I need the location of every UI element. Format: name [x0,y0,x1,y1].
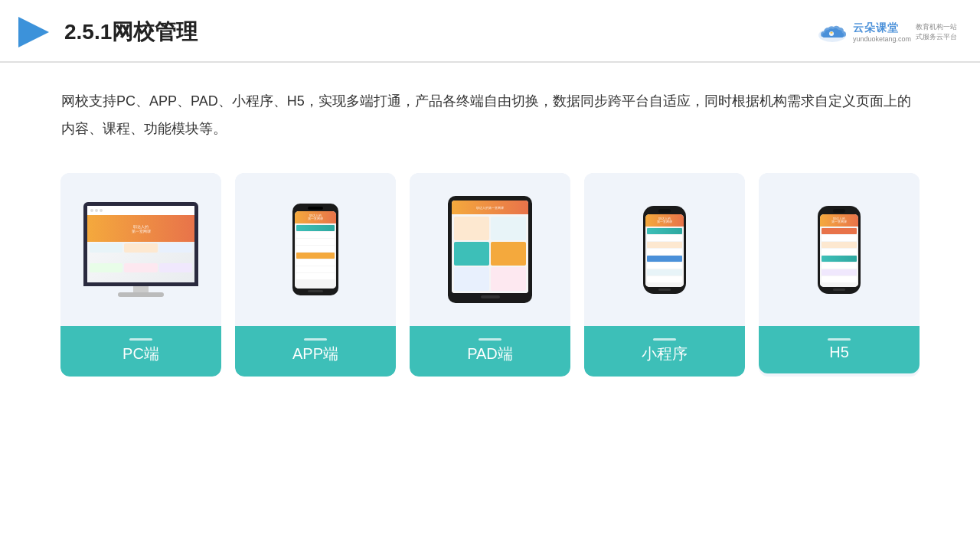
header: 2.5.1网校管理 云朵课堂 yunduoketang.com 教育机构一站式服… [0,0,980,63]
app-mockup: 职达人的第一堂网课 [292,204,338,295]
cards-container: 职达人的第一堂网课 [46,173,934,377]
app-image-area: 职达人的第一堂网课 [235,173,396,326]
card-miniapp: 职达人的第一堂网课 小程序 [584,173,745,377]
card-app-label: APP端 [235,326,396,377]
miniapp-mockup: 职达人的第一堂网课 [643,206,686,294]
cloud-logo-icon [816,21,848,43]
logo-tagline: 教育机构一站式服务云平台 [916,22,957,43]
card-pc: 职达人的第一堂网课 [60,173,221,377]
pc-image-area: 职达人的第一堂网课 [60,173,221,326]
h5-mockup: 职达人的第一堂网课 [818,206,861,294]
header-left: 2.5.1网校管理 [15,14,198,51]
logo-url: yunduoketang.com [853,35,911,43]
card-pad-label: PAD端 [410,326,570,377]
card-pad: 职达人的第一堂网课 PAD端 [410,173,570,377]
card-app: 职达人的第一堂网课 APP端 [235,173,396,377]
logo-name: 云朵课堂 [853,21,911,35]
card-h5-label: H5 [759,326,920,373]
pc-mockup: 职达人的第一堂网课 [83,202,198,297]
h5-image-area: 职达人的第一堂网课 [759,173,920,326]
description-text: 网校支持PC、APP、PAD、小程序、H5，实现多端打通，产品各终端自由切换，数… [61,87,919,142]
svg-marker-0 [18,17,49,47]
page-title: 2.5.1网校管理 [64,18,198,47]
play-icon [15,14,52,51]
card-miniapp-label: 小程序 [584,326,745,377]
pad-image-area: 职达人的第一堂网课 [410,173,570,326]
pad-mockup: 职达人的第一堂网课 [448,196,532,303]
logo-area: 云朵课堂 yunduoketang.com 教育机构一站式服务云平台 [816,21,957,43]
miniapp-image-area: 职达人的第一堂网课 [584,173,745,326]
card-h5: 职达人的第一堂网课 H5 [759,173,920,377]
card-pc-label: PC端 [60,326,221,377]
